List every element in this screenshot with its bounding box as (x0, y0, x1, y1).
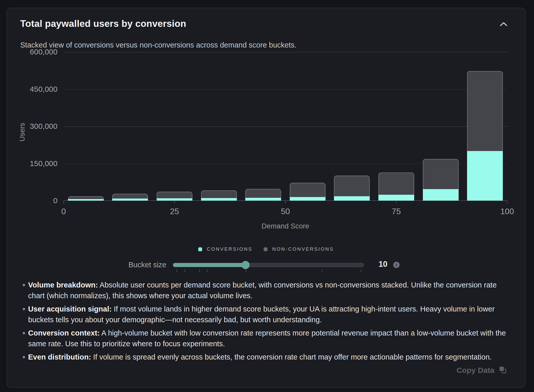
non-conversions-segment[interactable] (378, 172, 414, 194)
x-tick-mark (285, 201, 286, 203)
legend-label: CONVERSIONS (207, 246, 252, 252)
card-footer: Copy Data (457, 366, 507, 375)
bar-bucket-10-20[interactable] (112, 194, 148, 201)
conversions-segment[interactable] (467, 151, 503, 201)
note-lead: Conversion context: (28, 329, 100, 337)
y-tick-label: 0 (1, 196, 57, 205)
note-lead: Even distribution: (28, 353, 91, 361)
legend-item-conversions[interactable]: CONVERSIONS (198, 246, 252, 252)
slider-fill (173, 263, 246, 267)
x-tick-label: 0 (61, 207, 66, 216)
x-tick-label: 25 (170, 207, 179, 216)
conversions-segment[interactable] (157, 198, 192, 201)
note-text: A high-volume bucket with low conversion… (28, 329, 506, 348)
conversions-swatch-icon (198, 247, 202, 251)
y-tick-label: 600,000 (1, 48, 57, 56)
conversions-segment[interactable] (378, 195, 414, 201)
x-axis-title: Demand Score (262, 222, 309, 230)
chart-card: Total paywalled users by conversion Stac… (7, 8, 526, 388)
legend-item-non-conversions[interactable]: NON-CONVERSIONS (264, 246, 334, 252)
chart-legend: CONVERSIONS NON-CONVERSIONS (7, 246, 525, 252)
x-tick-label: 75 (392, 207, 401, 216)
bucket-size-value: 10 (375, 260, 391, 269)
note-text: Absolute user counts per demand score bu… (28, 281, 497, 300)
non-conversions-segment[interactable] (245, 189, 281, 198)
slider-tick-mark (361, 269, 361, 272)
note-conversion-context: Conversion context: A high-volume bucket… (23, 328, 509, 349)
non-conversions-segment[interactable] (112, 194, 148, 199)
copy-data-button[interactable]: Copy Data (457, 366, 507, 375)
conversions-segment[interactable] (112, 199, 148, 201)
x-tick-label: 100 (500, 207, 514, 216)
bar-bucket-60-70[interactable] (334, 176, 370, 201)
chevron-up-icon (500, 21, 508, 27)
conversions-segment[interactable] (334, 196, 370, 201)
copy-data-label: Copy Data (457, 366, 494, 375)
insight-notes: Volume breakdown: Absolute user counts p… (23, 280, 509, 365)
card-title: Total paywalled users by conversion (20, 18, 186, 29)
slider-tick-mark (177, 269, 177, 272)
note-lead: User acquisition signal: (28, 305, 112, 313)
note-volume-breakdown: Volume breakdown: Absolute user counts p… (23, 280, 509, 301)
note-text: If volume is spread evenly across bucket… (91, 353, 492, 361)
gridline (64, 89, 507, 90)
copy-icon (500, 367, 507, 374)
non-conversions-segment[interactable] (201, 190, 237, 198)
gridline (64, 52, 507, 52)
conversions-segment[interactable] (201, 198, 237, 201)
x-tick-label: 50 (281, 207, 290, 216)
card-subtitle: Stacked view of conversions versus non-c… (20, 41, 297, 49)
slider-tick-mark (199, 269, 200, 272)
y-tick-label: 450,000 (1, 85, 57, 94)
note-even-distribution: Even distribution: If volume is spread e… (23, 352, 509, 362)
gridline (64, 126, 507, 127)
note-lead: Volume breakdown: (28, 281, 98, 289)
legend-label: NON-CONVERSIONS (272, 246, 334, 252)
non-conversions-segment[interactable] (467, 71, 503, 151)
note-user-acquisition-signal: User acquisition signal: If most volume … (23, 304, 509, 325)
slider-tick-mark (184, 269, 185, 272)
x-tick-mark (174, 201, 175, 203)
y-tick-label: 300,000 (1, 122, 57, 131)
non-conversions-segment[interactable] (157, 192, 192, 198)
non-conversions-segment[interactable] (334, 176, 370, 196)
stacked-bar-chart: Users Demand Score 0150,000300,000450,00… (64, 52, 507, 201)
bucket-size-slider[interactable] (173, 263, 364, 267)
slider-thumb[interactable] (241, 261, 250, 269)
collapse-button[interactable] (497, 18, 510, 30)
x-tick-mark (507, 201, 507, 203)
slider-tick-mark (246, 269, 246, 272)
conversions-segment[interactable] (245, 198, 281, 201)
bar-bucket-20-30[interactable] (157, 192, 192, 201)
non-conversions-segment[interactable] (423, 159, 459, 189)
bar-bucket-90-100[interactable] (467, 71, 503, 201)
bar-bucket-40-50[interactable] (245, 189, 281, 201)
conversions-segment[interactable] (423, 189, 459, 201)
conversions-segment[interactable] (68, 199, 104, 201)
y-tick-label: 150,000 (1, 159, 57, 168)
non-conversions-segment[interactable] (290, 183, 326, 197)
bar-bucket-50-60[interactable] (290, 183, 326, 201)
slider-tick-mark (207, 269, 207, 272)
non-conversions-segment[interactable] (68, 196, 104, 199)
x-tick-mark (63, 201, 64, 203)
non-conversions-swatch-icon (264, 247, 268, 251)
x-tick-mark (396, 201, 397, 203)
bar-bucket-70-80[interactable] (378, 172, 414, 201)
bar-bucket-0-10[interactable] (68, 196, 104, 201)
slider-tick-mark (322, 269, 322, 272)
info-icon[interactable]: i (393, 262, 400, 268)
page: Total paywalled users by conversion Stac… (0, 0, 534, 392)
bar-bucket-30-40[interactable] (201, 190, 237, 201)
conversions-segment[interactable] (290, 197, 326, 201)
bucket-size-label: Bucket size (90, 261, 166, 269)
bar-bucket-80-90[interactable] (423, 159, 459, 201)
